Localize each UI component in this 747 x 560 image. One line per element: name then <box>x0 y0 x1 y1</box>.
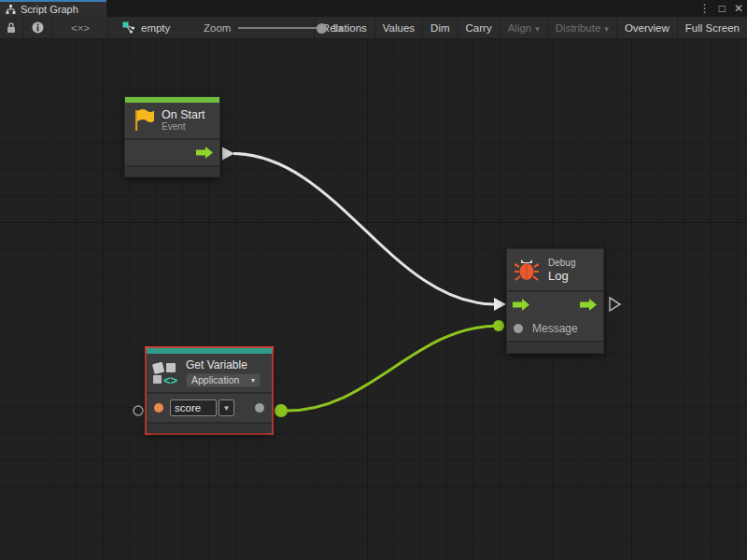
chevron-down-icon: ▼ <box>223 404 231 413</box>
node-on-start[interactable]: On Start Event <box>124 96 220 177</box>
value-output-connector[interactable] <box>275 404 288 417</box>
graph-toolbar: <×> empty Zoom 1x Relations Values Dim C… <box>0 17 747 39</box>
node-debug-log[interactable]: Debug Log Message <box>506 248 604 354</box>
code-icon: <×> <box>71 22 90 34</box>
maximize-icon[interactable]: □ <box>719 0 726 17</box>
node-title: Log <box>548 269 575 283</box>
tab-label: Script Graph <box>21 4 78 15</box>
dim-button[interactable]: Dim <box>423 17 457 38</box>
graph-icon <box>122 21 135 34</box>
port-label: Message <box>532 322 578 335</box>
variable-value-output-port[interactable] <box>255 403 264 413</box>
variable-name-value: score <box>175 402 201 413</box>
overview-button[interactable]: Overview <box>617 17 677 38</box>
wire-onstart-to-log[interactable] <box>233 154 494 305</box>
node-get-variable[interactable]: <> Get Variable Application ▾ score ▼ <box>147 348 272 433</box>
code-preview-button[interactable]: <×> <box>52 17 108 38</box>
unconnected-control-port-hint[interactable] <box>610 298 620 311</box>
lock-icon <box>6 21 17 34</box>
variable-name-port[interactable] <box>154 403 163 413</box>
variable-picker-button[interactable]: ▼ <box>218 399 234 416</box>
control-output-connector[interactable] <box>222 147 234 161</box>
node-footer <box>147 424 272 433</box>
node-category: Debug <box>548 258 575 269</box>
graph-breadcrumb[interactable]: empty <box>109 17 179 38</box>
message-value-port[interactable] <box>514 324 523 333</box>
value-input-connector[interactable] <box>493 320 504 331</box>
carry-button[interactable]: Carry <box>458 17 500 38</box>
chevron-down-icon: ▾ <box>604 24 609 34</box>
zoom-slider[interactable] <box>238 17 326 39</box>
values-button[interactable]: Values <box>375 17 422 38</box>
control-input-connector[interactable] <box>494 298 506 311</box>
node-footer <box>125 167 219 176</box>
tab-script-graph[interactable]: Script Graph <box>0 0 106 17</box>
info-icon <box>32 21 44 34</box>
bug-icon <box>514 258 539 283</box>
window-menu-icon[interactable]: ⋮ <box>699 0 711 17</box>
distribute-dropdown-button[interactable]: Distribute ▾ <box>548 17 616 38</box>
node-subtitle: Event <box>162 121 205 133</box>
variables-icon: <> <box>152 361 180 385</box>
variable-scope-value: Application <box>191 374 239 385</box>
zoom-control: Zoom 1x <box>204 17 344 39</box>
variable-name-input[interactable]: score <box>170 399 217 416</box>
graph-name: empty <box>141 22 170 34</box>
graph-hierarchy-icon <box>6 5 16 15</box>
zoom-level: 1x <box>331 22 343 34</box>
flag-icon <box>133 108 155 133</box>
node-title: On Start <box>162 108 205 121</box>
selection-outline: <> Get Variable Application ▾ score ▼ <box>145 346 274 435</box>
svg-text:<>: <> <box>163 373 178 385</box>
wire-getvariable-to-message[interactable] <box>287 326 499 411</box>
control-output-port-arrow-icon[interactable] <box>196 147 214 159</box>
title-bar: Script Graph ⋮ □ ✕ <box>0 0 747 17</box>
graph-canvas[interactable]: On Start Event Debug Log <box>0 39 747 560</box>
wire-layer <box>0 39 747 560</box>
unconnected-value-port-hint[interactable] <box>134 406 143 415</box>
chevron-down-icon: ▾ <box>535 24 540 34</box>
lock-button[interactable] <box>0 17 22 38</box>
full-screen-button[interactable]: Full Screen <box>678 17 747 38</box>
info-button[interactable] <box>23 17 51 38</box>
chevron-down-icon: ▾ <box>251 376 255 385</box>
node-title: Get Variable <box>186 359 261 371</box>
zoom-slider-track <box>238 27 326 29</box>
control-output-port-arrow-icon[interactable] <box>580 299 598 311</box>
zoom-label: Zoom <box>204 22 231 34</box>
zoom-slider-handle[interactable] <box>317 23 327 34</box>
close-icon[interactable]: ✕ <box>734 0 743 17</box>
control-input-port-arrow-icon[interactable] <box>513 299 530 311</box>
variable-scope-dropdown[interactable]: Application ▾ <box>186 373 261 387</box>
align-dropdown-button[interactable]: Align ▾ <box>500 17 547 38</box>
node-footer <box>507 343 603 353</box>
